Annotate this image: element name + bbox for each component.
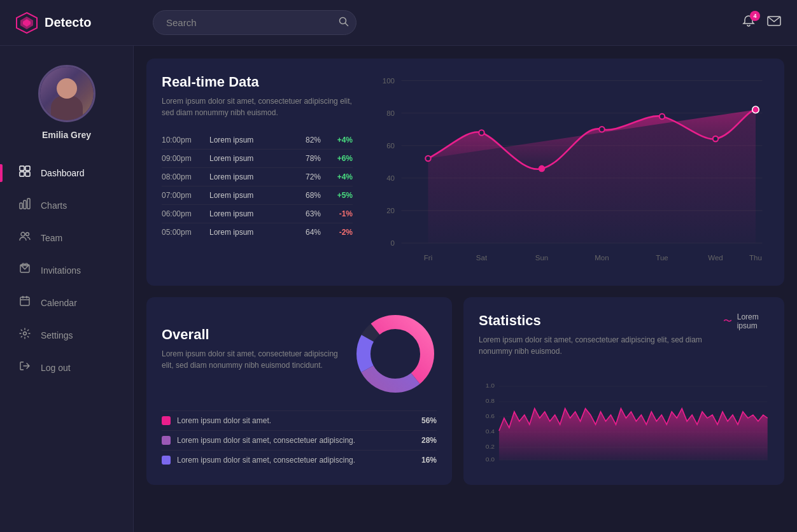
svg-text:40: 40 — [386, 174, 395, 182]
svg-rect-18 — [20, 297, 29, 305]
overall-card: Overall Lorem ipsum dolor sit amet, cons… — [146, 297, 452, 485]
svg-text:Sun: Sun — [535, 253, 549, 261]
svg-text:100: 100 — [383, 76, 395, 85]
svg-text:1.0: 1.0 — [486, 382, 495, 388]
search-bar — [153, 10, 356, 35]
overall-title: Overall — [162, 326, 339, 343]
legend-item: Lorem ipsum dolor sit amet, consectetuer… — [162, 450, 437, 470]
overall-legend: Lorem ipsum dolor sit amet. 56% Lorem ip… — [162, 410, 437, 470]
data-pct: 63% — [299, 209, 321, 218]
sidebar-item-logout[interactable]: Log out — [8, 353, 125, 382]
svg-text:0.6: 0.6 — [486, 412, 495, 419]
avatar — [38, 65, 95, 122]
legend-dot — [162, 416, 171, 425]
data-pct: 64% — [299, 228, 321, 237]
sidebar-item-calendar[interactable]: Calendar — [8, 288, 125, 318]
sidebar-label-invitations: Invitations — [41, 265, 81, 276]
legend-dot — [162, 436, 171, 445]
dashboard-icon — [18, 165, 32, 180]
main-layout: Emilia Grey Dashboard — [0, 46, 797, 532]
table-row: 09:00pm Lorem ipsum 78% +6% — [162, 150, 353, 168]
svg-text:0.8: 0.8 — [486, 397, 495, 403]
sidebar-label-charts: Charts — [41, 200, 67, 211]
nav-menu: Dashboard Charts — [0, 158, 133, 385]
data-change: +6% — [327, 154, 353, 163]
svg-text:80: 80 — [386, 109, 395, 117]
svg-text:Thu: Thu — [749, 253, 762, 261]
overall-desc: Lorem ipsum dolor sit amet, consectetuer… — [162, 348, 339, 371]
svg-point-22 — [24, 332, 27, 335]
svg-rect-11 — [24, 200, 26, 209]
svg-point-14 — [26, 233, 29, 236]
logout-icon — [18, 360, 32, 375]
settings-icon — [18, 328, 32, 342]
stats-title: Statistics — [479, 312, 723, 329]
svg-text:0.0: 0.0 — [486, 456, 495, 462]
charts-icon — [18, 198, 32, 213]
realtime-chart-svg: 100 80 60 40 20 0 Fri Sat Sun Mon Tue We… — [368, 74, 769, 270]
search-icon — [339, 17, 349, 27]
search-input[interactable] — [153, 10, 356, 35]
svg-rect-12 — [27, 199, 30, 209]
data-change: +4% — [327, 136, 353, 144]
overall-inner: Overall Lorem ipsum dolor sit amet, cons… — [162, 312, 437, 398]
data-time: 09:00pm — [162, 154, 203, 163]
data-label: Lorem ipsum — [209, 191, 292, 200]
realtime-left: Real-time Data Lorem ipsum dolor sit ame… — [162, 74, 353, 270]
table-row: 10:00pm Lorem ipsum 82% +4% — [162, 131, 353, 150]
svg-rect-8 — [20, 172, 24, 176]
realtime-chart: 100 80 60 40 20 0 Fri Sat Sun Mon Tue We… — [368, 74, 769, 270]
svg-text:Mon: Mon — [595, 253, 609, 261]
data-time: 06:00pm — [162, 209, 203, 218]
realtime-desc: Lorem ipsum dolor sit amet, consectetuer… — [162, 95, 353, 118]
sidebar-item-charts[interactable]: Charts — [8, 190, 125, 220]
table-row: 06:00pm Lorem ipsum 63% -1% — [162, 205, 353, 223]
legend-label: Lorem ipsum dolor sit amet, consectetuer… — [177, 436, 415, 445]
data-change: +4% — [327, 172, 353, 181]
invitations-icon — [18, 263, 32, 277]
svg-point-48 — [752, 106, 759, 113]
svg-text:Wed: Wed — [708, 253, 723, 261]
search-button[interactable] — [339, 17, 349, 29]
svg-point-47 — [713, 136, 718, 142]
stats-header: Statistics Lorem ipsum dolor sit amet, c… — [479, 312, 769, 370]
svg-text:0.2: 0.2 — [486, 443, 495, 449]
svg-text:0.4: 0.4 — [486, 428, 495, 434]
legend-item: Lorem ipsum dolor sit amet. 56% — [162, 410, 437, 430]
sidebar-label-settings: Settings — [41, 330, 73, 340]
realtime-data-card: Real-time Data Lorem ipsum dolor sit ame… — [146, 59, 784, 286]
stats-legend-icon: 〜 — [723, 316, 732, 327]
notifications-button[interactable]: 4 — [741, 13, 756, 32]
data-change: +5% — [327, 191, 353, 200]
legend-item: Lorem ipsum dolor sit amet, consectetuer… — [162, 430, 437, 450]
sidebar-label-dashboard: Dashboard — [41, 168, 85, 178]
svg-point-53 — [371, 330, 420, 378]
stats-legend-label: Lorem ipsum — [737, 312, 769, 330]
realtime-title: Real-time Data — [162, 74, 353, 90]
data-label: Lorem ipsum — [209, 136, 292, 144]
legend-pct: 28% — [421, 436, 437, 445]
legend-dot — [162, 456, 171, 465]
sidebar: Emilia Grey Dashboard — [0, 46, 134, 532]
logo-area: Detecto — [15, 11, 130, 34]
sidebar-item-team[interactable]: Team — [8, 223, 125, 253]
header-icons: 4 — [741, 13, 782, 32]
mail-button[interactable] — [766, 13, 782, 32]
team-icon — [18, 230, 32, 245]
stats-chart: 1.0 0.8 0.6 0.4 0.2 0.0 — [479, 380, 769, 463]
svg-rect-9 — [25, 172, 30, 176]
data-label: Lorem ipsum — [209, 172, 292, 181]
sidebar-label-calendar: Calendar — [41, 298, 77, 308]
sidebar-item-invitations[interactable]: Invitations — [8, 255, 125, 285]
sidebar-item-settings[interactable]: Settings — [8, 320, 125, 350]
sidebar-item-dashboard[interactable]: Dashboard — [8, 158, 125, 188]
legend-label: Lorem ipsum dolor sit amet. — [177, 416, 415, 425]
svg-text:20: 20 — [386, 206, 395, 214]
notification-badge: 4 — [750, 11, 760, 21]
mail-icon — [766, 13, 782, 29]
bottom-row: Overall Lorem ipsum dolor sit amet, cons… — [146, 297, 784, 485]
svg-text:Tue: Tue — [656, 253, 668, 261]
svg-text:60: 60 — [386, 141, 395, 150]
data-label: Lorem ipsum — [209, 228, 292, 237]
svg-rect-6 — [20, 166, 24, 171]
